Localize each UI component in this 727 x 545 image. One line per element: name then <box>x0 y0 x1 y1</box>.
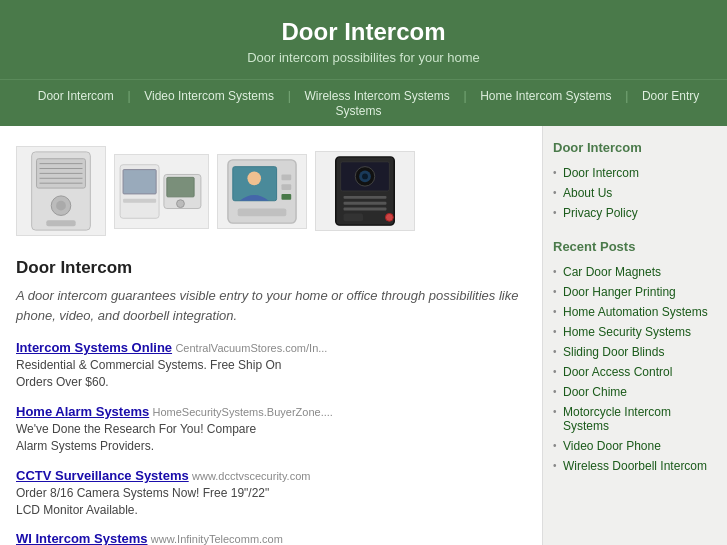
nav-separator: | <box>463 89 466 103</box>
sidebar-item-sliding-door-blinds: Sliding Door Blinds <box>553 342 717 362</box>
sidebar-item-wireless-doorbell: Wireless Doorbell Intercom <box>553 456 717 476</box>
sidebar-link-privacy-policy[interactable]: Privacy Policy <box>563 206 638 220</box>
svg-point-32 <box>385 213 393 221</box>
sidebar-link-home-automation[interactable]: Home Automation Systems <box>563 305 708 319</box>
svg-rect-28 <box>344 196 387 199</box>
sidebar-link-video-door-phone[interactable]: Video Door Phone <box>563 439 661 453</box>
svg-point-8 <box>56 201 66 211</box>
product-images-strip <box>16 138 526 244</box>
ad-1-url: CentralVacuumStores.com/In... <box>175 342 327 354</box>
sidebar-item-door-chime: Door Chime <box>553 382 717 402</box>
product-image-2 <box>114 154 209 229</box>
ad-3-desc: Order 8/16 Camera Systems Now! Free 19"/… <box>16 485 526 519</box>
svg-rect-19 <box>281 174 291 180</box>
sidebar-section-2-list: Car Door Magnets Door Hanger Printing Ho… <box>553 262 717 476</box>
nav-separator: | <box>127 89 130 103</box>
ad-4-title[interactable]: WI Intercom Systems <box>16 531 148 545</box>
page-description: A door intercom guarantees visible entry… <box>16 286 526 325</box>
svg-rect-22 <box>238 208 287 216</box>
sidebar-link-door-hanger-printing[interactable]: Door Hanger Printing <box>563 285 676 299</box>
sidebar-item-home-security: Home Security Systems <box>553 322 717 342</box>
nav-separator: | <box>625 89 628 103</box>
ad-4-url: www.InfinityTelecomm.com <box>151 533 283 545</box>
svg-rect-11 <box>123 169 156 193</box>
sidebar-item-door-hanger-printing: Door Hanger Printing <box>553 282 717 302</box>
svg-rect-30 <box>344 208 387 211</box>
ad-2-url: HomeSecuritySystems.BuyerZone.... <box>153 406 333 418</box>
sidebar-link-wireless-doorbell[interactable]: Wireless Doorbell Intercom <box>563 459 707 473</box>
svg-rect-12 <box>123 198 156 202</box>
nav-home-intercom[interactable]: Home Intercom Systems <box>470 89 621 103</box>
product-image-3 <box>217 154 307 229</box>
svg-rect-31 <box>344 213 364 221</box>
sidebar-link-car-door-magnets[interactable]: Car Door Magnets <box>563 265 661 279</box>
nav-separator: | <box>288 89 291 103</box>
sidebar-section-1-list: Door Intercom About Us Privacy Policy <box>553 163 717 223</box>
ad-block-1: Intercom Systems Online CentralVacuumSto… <box>16 339 526 391</box>
sidebar-item-door-access-control: Door Access Control <box>553 362 717 382</box>
ad-1-title[interactable]: Intercom Systems Online <box>16 340 172 355</box>
ad-block-3: CCTV Surveillance Systems www.dcctvscecu… <box>16 467 526 519</box>
ad-1-desc: Residential & Commercial Systems. Free S… <box>16 357 526 391</box>
nav-door-intercom[interactable]: Door Intercom <box>28 89 124 103</box>
site-header: Door Intercom Door intercom possibilites… <box>0 0 727 79</box>
svg-rect-14 <box>167 177 194 196</box>
sidebar-item-about-us: About Us <box>553 183 717 203</box>
sidebar-link-sliding-door-blinds[interactable]: Sliding Door Blinds <box>563 345 664 359</box>
sidebar-link-door-access-control[interactable]: Door Access Control <box>563 365 672 379</box>
page-title: Door Intercom <box>16 258 526 278</box>
svg-point-15 <box>177 199 185 207</box>
ad-block-2: Home Alarm Systems HomeSecuritySystems.B… <box>16 403 526 455</box>
svg-rect-20 <box>281 184 291 190</box>
svg-rect-9 <box>46 220 75 226</box>
svg-rect-21 <box>281 193 291 199</box>
sidebar-link-door-intercom[interactable]: Door Intercom <box>563 166 639 180</box>
sidebar-link-home-security[interactable]: Home Security Systems <box>563 325 691 339</box>
svg-point-27 <box>362 173 368 179</box>
sidebar-section-1-title: Door Intercom <box>553 140 717 155</box>
svg-rect-29 <box>344 202 387 205</box>
ad-3-url: www.dcctvscecurity.com <box>192 470 310 482</box>
sidebar-link-about-us[interactable]: About Us <box>563 186 612 200</box>
nav-video-intercom[interactable]: Video Intercom Systems <box>134 89 284 103</box>
main-content: Door Intercom A door intercom guarantees… <box>0 126 542 545</box>
sidebar-section-2-title: Recent Posts <box>553 239 717 254</box>
sidebar-item-privacy-policy: Privacy Policy <box>553 203 717 223</box>
product-image-4 <box>315 151 415 231</box>
nav-wireless-intercom[interactable]: Wireless Intercom Systems <box>294 89 459 103</box>
sidebar-link-door-chime[interactable]: Door Chime <box>563 385 627 399</box>
product-image-1 <box>16 146 106 236</box>
main-nav: Door Intercom | Video Intercom Systems |… <box>0 79 727 126</box>
sidebar: Door Intercom Door Intercom About Us Pri… <box>542 126 727 545</box>
ad-2-desc: We've Done the Research For You! Compare… <box>16 421 526 455</box>
sidebar-item-door-intercom: Door Intercom <box>553 163 717 183</box>
ad-3-title[interactable]: CCTV Surveillance Systems <box>16 468 189 483</box>
ad-2-title[interactable]: Home Alarm Systems <box>16 404 149 419</box>
sidebar-item-video-door-phone: Video Door Phone <box>553 436 717 456</box>
site-title: Door Intercom <box>10 18 717 46</box>
sidebar-item-motorcycle-intercom: Motorcycle Intercom Systems <box>553 402 717 436</box>
sidebar-item-car-door-magnets: Car Door Magnets <box>553 262 717 282</box>
ad-block-4: WI Intercom Systems www.InfinityTelecomm… <box>16 530 526 545</box>
svg-point-18 <box>247 171 261 185</box>
sidebar-link-motorcycle-intercom[interactable]: Motorcycle Intercom Systems <box>563 405 671 433</box>
sidebar-item-home-automation: Home Automation Systems <box>553 302 717 322</box>
site-tagline: Door intercom possibilites for your home <box>10 50 717 65</box>
